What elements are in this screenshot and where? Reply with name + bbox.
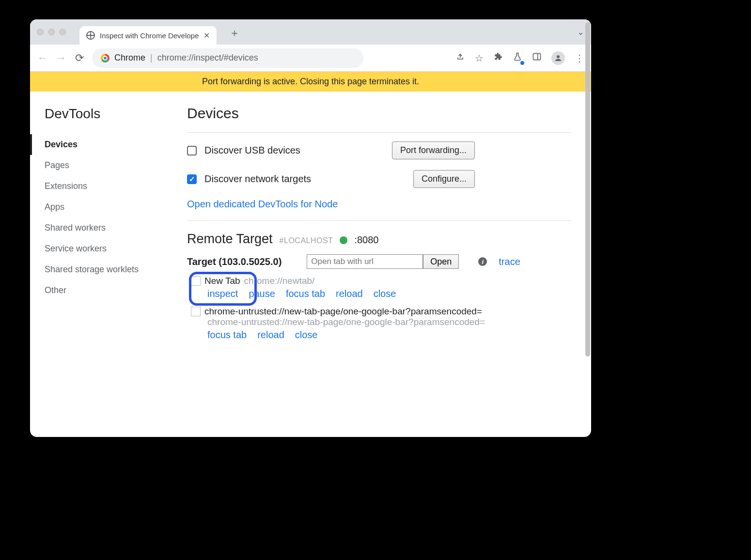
- info-icon[interactable]: i: [478, 257, 487, 266]
- omnibox-separator: |: [150, 53, 153, 63]
- discover-network-row: Discover network targets Configure...: [187, 170, 572, 188]
- labs-flask-icon[interactable]: [513, 52, 522, 64]
- tab-list-chevron-icon[interactable]: ⌄: [577, 27, 584, 37]
- sidebar-item-service-workers[interactable]: Service workers: [45, 238, 187, 259]
- trace-link[interactable]: trace: [499, 256, 520, 267]
- sidebar-item-shared-storage-worklets[interactable]: Shared storage worklets: [45, 259, 187, 280]
- main-panel: Devices Discover USB devices Port forwar…: [187, 92, 591, 437]
- side-panel-icon[interactable]: [532, 52, 542, 64]
- sidebar-title: DevTools: [45, 106, 187, 122]
- divider: [187, 220, 572, 221]
- minimize-window-dot[interactable]: [48, 29, 55, 35]
- back-button[interactable]: ←: [37, 52, 48, 64]
- labs-notification-dot: [520, 61, 524, 65]
- close-window-dot[interactable]: [37, 29, 44, 35]
- remote-tab-actions: focus tab reload close: [207, 329, 572, 341]
- scrollbar[interactable]: [585, 72, 590, 357]
- open-tab-url-input[interactable]: [307, 254, 423, 269]
- new-tab-button[interactable]: ＋: [229, 26, 240, 40]
- remote-target-title: Remote Target: [187, 232, 273, 247]
- target-version-label: Target (103.0.5025.0): [187, 256, 282, 267]
- reload-link[interactable]: reload: [257, 329, 284, 341]
- reload-button[interactable]: ⟳: [74, 52, 85, 64]
- chrome-icon: [101, 54, 110, 62]
- status-dot-icon: [340, 236, 347, 244]
- omnibox-label: Chrome: [114, 53, 145, 63]
- close-link[interactable]: close: [374, 288, 396, 299]
- pause-link[interactable]: pause: [249, 288, 275, 299]
- sidebar-item-extensions[interactable]: Extensions: [45, 176, 187, 197]
- browser-window: Inspect with Chrome Develope ✕ ＋ ⌄ ← → ⟳…: [30, 19, 591, 437]
- profile-avatar[interactable]: [551, 51, 565, 65]
- close-link[interactable]: close: [295, 329, 318, 341]
- remote-tab-entry: New Tab chrome://newtab/ inspect pause f…: [191, 276, 572, 299]
- remote-tab-title: chrome-untrusted://new-tab-page/one-goog…: [204, 306, 482, 317]
- inspect-link[interactable]: inspect: [207, 288, 238, 299]
- omnibox-url: chrome://inspect/#devices: [157, 53, 258, 63]
- kebab-menu-icon[interactable]: ⋮: [575, 52, 584, 64]
- sidebar-item-apps[interactable]: Apps: [45, 197, 187, 218]
- discover-usb-checkbox[interactable]: [187, 146, 197, 156]
- sidebar-item-devices[interactable]: Devices: [30, 134, 187, 155]
- discover-usb-row: Discover USB devices Port forwarding...: [187, 141, 572, 159]
- toolbar-actions: ☆ ⋮: [455, 51, 584, 65]
- close-tab-icon[interactable]: ✕: [203, 31, 210, 40]
- focus-tab-link[interactable]: focus tab: [207, 329, 247, 341]
- window-controls: [37, 29, 66, 35]
- sidebar-item-other[interactable]: Other: [45, 280, 187, 301]
- address-bar[interactable]: Chrome | chrome://inspect/#devices: [92, 48, 363, 68]
- favicon-placeholder-icon: [191, 276, 201, 286]
- remote-tab-url: chrome://newtab/: [244, 276, 315, 286]
- port-forwarding-banner: Port forwarding is active. Closing this …: [30, 72, 591, 92]
- remote-tab-url: chrome-untrusted://new-tab-page/one-goog…: [207, 317, 572, 327]
- discover-network-checkbox[interactable]: [187, 174, 197, 184]
- extensions-puzzle-icon[interactable]: [493, 52, 503, 64]
- configure-button[interactable]: Configure...: [413, 170, 475, 188]
- remote-tab-entry: chrome-untrusted://new-tab-page/one-goog…: [191, 306, 572, 341]
- forward-button[interactable]: →: [55, 52, 67, 64]
- remote-port: :8080: [354, 234, 378, 246]
- bookmark-star-icon[interactable]: ☆: [475, 52, 484, 64]
- page-heading: Devices: [187, 105, 572, 122]
- favicon-placeholder-icon: [191, 307, 201, 316]
- browser-tab[interactable]: Inspect with Chrome Develope ✕: [79, 26, 217, 45]
- node-devtools-link[interactable]: Open dedicated DevTools for Node: [187, 199, 338, 209]
- target-row: Target (103.0.5025.0) Open i trace: [187, 254, 572, 269]
- remote-tab-actions: inspect pause focus tab reload close: [207, 288, 572, 299]
- globe-icon: [86, 31, 95, 40]
- remote-target-heading: Remote Target #LOCALHOST :8080: [187, 232, 572, 247]
- remote-tab-title: New Tab: [204, 276, 240, 286]
- tab-strip: Inspect with Chrome Develope ✕ ＋ ⌄: [30, 19, 591, 45]
- sidebar-item-pages[interactable]: Pages: [45, 155, 187, 176]
- discover-network-label: Discover network targets: [204, 173, 311, 185]
- focus-tab-link[interactable]: focus tab: [286, 288, 325, 299]
- share-icon[interactable]: [455, 52, 465, 64]
- tab-title: Inspect with Chrome Develope: [100, 31, 199, 40]
- reload-link[interactable]: reload: [336, 288, 363, 299]
- browser-toolbar: ← → ⟳ Chrome | chrome://inspect/#devices…: [30, 45, 591, 72]
- svg-rect-0: [533, 53, 541, 60]
- zoom-window-dot[interactable]: [59, 29, 66, 35]
- remote-target-sub: #LOCALHOST: [280, 236, 333, 245]
- page-content: Port forwarding is active. Closing this …: [30, 72, 591, 437]
- open-button[interactable]: Open: [423, 254, 459, 269]
- divider: [187, 132, 572, 133]
- svg-point-2: [557, 55, 560, 58]
- discover-usb-label: Discover USB devices: [204, 145, 300, 156]
- sidebar: DevTools DevicesPagesExtensionsAppsShare…: [30, 92, 187, 437]
- sidebar-item-shared-workers[interactable]: Shared workers: [45, 218, 187, 238]
- port-forwarding-button[interactable]: Port forwarding...: [392, 141, 475, 159]
